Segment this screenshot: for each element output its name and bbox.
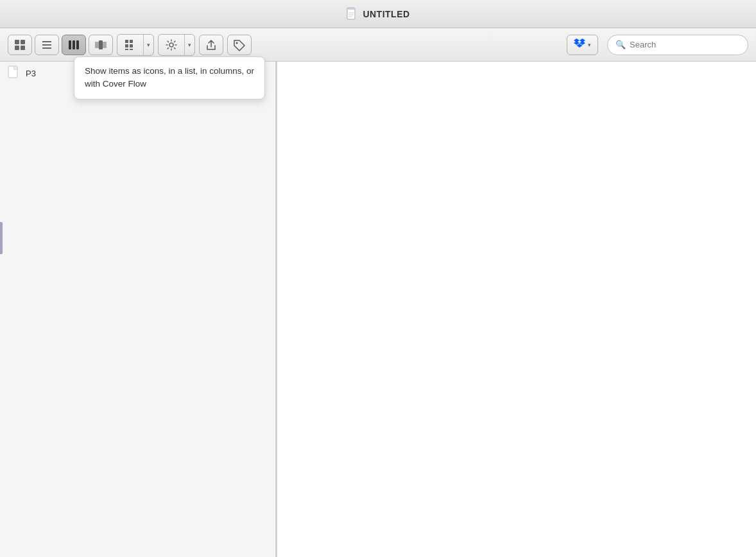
svg-rect-1 [347, 8, 355, 10]
svg-rect-15 [95, 42, 99, 48]
svg-rect-6 [21, 40, 25, 44]
window-title-area: UNTITLED [346, 7, 409, 21]
file-name: P3 [26, 69, 36, 78]
file-icon [8, 65, 21, 81]
view-controls [8, 35, 113, 55]
panel-splitter[interactable] [275, 62, 277, 557]
arrange-icon [117, 35, 143, 55]
svg-rect-22 [125, 49, 128, 50]
tooltip: Show items as icons, in a list, in colum… [74, 56, 265, 99]
svg-rect-17 [103, 42, 107, 48]
action-button[interactable]: ▾ [158, 34, 195, 56]
svg-rect-7 [15, 46, 19, 50]
svg-rect-8 [21, 46, 25, 50]
search-icon: 🔍 [615, 40, 626, 49]
svg-point-25 [236, 42, 238, 44]
main-content: P3 [0, 62, 756, 557]
action-dropdown-arrow: ▾ [184, 35, 194, 55]
search-input[interactable] [630, 40, 740, 49]
gear-icon [159, 35, 184, 55]
dropbox-button[interactable]: ▾ [567, 35, 598, 55]
dropbox-icon [574, 39, 585, 51]
arrange-dropdown-arrow: ▾ [143, 35, 153, 55]
file-area: P3 [0, 62, 276, 557]
list-view-button[interactable] [35, 35, 59, 55]
title-bar: UNTITLED [0, 0, 756, 28]
svg-rect-21 [130, 44, 133, 47]
svg-rect-19 [130, 40, 133, 43]
right-content-area [276, 62, 756, 557]
share-button[interactable] [199, 35, 223, 55]
svg-rect-20 [125, 44, 128, 47]
arrange-button[interactable]: ▾ [117, 34, 154, 56]
tooltip-text-line1: Show items as icons, in a list, in colum… [85, 66, 254, 76]
icon-view-button[interactable] [8, 35, 32, 55]
search-box[interactable]: 🔍 [607, 35, 748, 55]
svg-rect-23 [130, 49, 133, 50]
svg-rect-18 [125, 40, 128, 43]
svg-rect-14 [76, 40, 79, 49]
window-icon [346, 7, 357, 21]
dropbox-dropdown-arrow: ▾ [588, 42, 591, 48]
columns-view-button[interactable] [62, 35, 86, 55]
svg-rect-5 [15, 40, 19, 44]
svg-rect-13 [73, 40, 75, 49]
window-title: UNTITLED [363, 9, 409, 19]
accent-bar [0, 222, 3, 254]
tooltip-text-line2: with Cover Flow [85, 79, 146, 89]
svg-point-24 [169, 43, 173, 47]
tag-button[interactable] [227, 35, 252, 55]
svg-rect-16 [99, 40, 103, 49]
coverflow-view-button[interactable] [89, 35, 113, 55]
svg-rect-12 [69, 40, 71, 49]
